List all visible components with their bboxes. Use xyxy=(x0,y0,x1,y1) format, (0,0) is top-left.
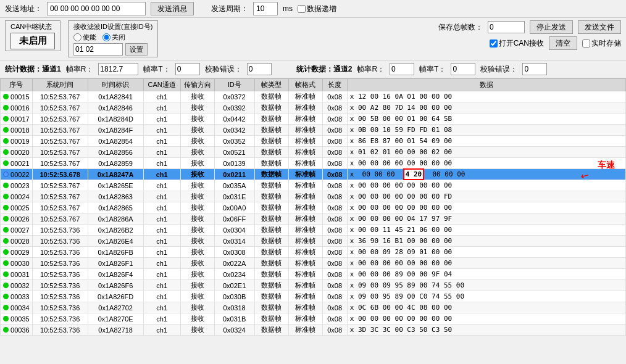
filter-set-button[interactable]: 设置 xyxy=(125,43,148,56)
filter-close-radio[interactable] xyxy=(102,33,111,41)
row-ch: ch1 xyxy=(143,158,180,169)
row-dir: 接收 xyxy=(180,291,214,302)
row-ch: ch1 xyxy=(143,169,180,180)
period-input[interactable] xyxy=(253,2,278,15)
row-time: 10:52:53.736 xyxy=(32,236,88,247)
table-row[interactable]: 0003610:52:53.7360x1A82718ch1接收0x0324数据帧… xyxy=(1,325,626,336)
row-ts: 0x1A82702 xyxy=(88,302,143,313)
row-fformat: 标准帧 xyxy=(288,258,322,269)
row-len: 0x08 xyxy=(322,191,347,202)
table-row[interactable]: 0002610:52:53.7670x1A8286Ach1接收0x06FF数据帧… xyxy=(1,213,626,225)
table-row[interactable]: 0001610:52:53.7670x1A82846ch1接收0x0392数据帧… xyxy=(1,102,626,114)
row-dir: 接收 xyxy=(180,225,214,236)
send-msg-button[interactable]: 发送消息 xyxy=(151,2,194,15)
row-seq: 00030 xyxy=(9,260,30,267)
row-len: 0x08 xyxy=(322,91,347,102)
row-len: 0x08 xyxy=(322,225,347,236)
row-ts: 0x1A826B2 xyxy=(88,225,143,236)
table-row[interactable]: 0002310:52:53.7670x1A8265Ech1接收0x035A数据帧… xyxy=(1,180,626,191)
loop-checkbox[interactable] xyxy=(298,5,306,13)
table-row[interactable]: 0003310:52:53.7360x1A826FDch1接收0x030B数据帧… xyxy=(1,291,626,302)
stats-ch1-r-input[interactable] xyxy=(98,63,138,75)
row-ch: ch1 xyxy=(143,114,180,125)
row-data: x 00 00 00 00 04 17 97 9F xyxy=(347,213,625,225)
row-ch: ch1 xyxy=(143,180,180,191)
stats-ch2-err-input[interactable] xyxy=(522,63,547,75)
row-ch: ch1 xyxy=(143,291,180,302)
row-time: 10:52:53.767 xyxy=(32,91,88,102)
row-msgid: 0x0342 xyxy=(214,125,254,136)
row-indicator: 00018 xyxy=(1,125,33,136)
row-len: 0x08 xyxy=(322,114,347,125)
row-time: 10:52:53.678 xyxy=(32,169,88,180)
table-row[interactable]: 0003010:52:53.7360x1A826F1ch1接收0x022A数据帧… xyxy=(1,258,626,269)
row-msgid: 0x0352 xyxy=(214,136,254,147)
row-msgid: 0x00A0 xyxy=(214,202,254,213)
row-indicator: 00036 xyxy=(1,325,33,336)
row-ts: 0x1A8270E xyxy=(88,313,143,325)
row-indicator: 00027 xyxy=(1,225,33,236)
table-row[interactable]: 0002010:52:53.7670x1A82856ch1接收0x0521数据帧… xyxy=(1,147,626,158)
stats-ch2: 统计数据：通道2 帧率R： 帧率T： 校验错误： xyxy=(296,63,548,75)
row-dir: 接收 xyxy=(180,280,214,291)
row-time: 10:52:53.767 xyxy=(32,213,88,225)
stats-ch2-r-input[interactable] xyxy=(390,63,414,75)
row-msgid: 0x0324 xyxy=(214,325,254,336)
realtime-save-label[interactable]: 实时存储 xyxy=(582,38,621,49)
stats-ch1-err-input[interactable] xyxy=(247,63,272,75)
stats-ch2-t-input[interactable] xyxy=(451,63,475,75)
row-ts: 0x1A826FB xyxy=(88,247,143,258)
table-row[interactable]: 0003210:52:53.7360x1A826F6ch1接收0x02E1数据帧… xyxy=(1,280,626,291)
row-seq: 00025 xyxy=(9,204,30,212)
table-row[interactable]: 0003510:52:53.7360x1A8270Ech1接收0x031B数据帧… xyxy=(1,313,626,325)
table-row[interactable]: 0003110:52:53.7360x1A826F4ch1接收0x0234数据帧… xyxy=(1,269,626,280)
table-row[interactable]: 0001810:52:53.7670x1A8284Fch1接收0x0342数据帧… xyxy=(1,125,626,136)
stats-ch1-t-input[interactable] xyxy=(175,63,200,75)
row-seq: 00031 xyxy=(9,271,30,278)
table-row[interactable]: 0002210:52:53.6780x1A8247Ach1接收0x0211数据帧… xyxy=(1,169,626,180)
open-can-label[interactable]: 打开CAN接收 xyxy=(490,38,544,49)
table-row[interactable]: 0002910:52:53.7360x1A826FBch1接收0x0308数据帧… xyxy=(1,247,626,258)
row-ftype: 数据帧 xyxy=(254,247,288,258)
row-dir: 接收 xyxy=(180,213,214,225)
row-fformat: 标准帧 xyxy=(288,236,322,247)
stats-ch1-r-label: 帧率R： xyxy=(66,64,94,75)
save-total-input[interactable] xyxy=(488,21,525,33)
row-ch: ch1 xyxy=(143,91,180,102)
table-row[interactable]: 0002410:52:53.7670x1A82863ch1接收0x031E数据帧… xyxy=(1,191,626,202)
addr-input[interactable] xyxy=(47,2,146,15)
table-row[interactable]: 0001910:52:53.7670x1A82854ch1接收0x0352数据帧… xyxy=(1,136,626,147)
row-msgid: 0x031E xyxy=(214,191,254,202)
row-ts: 0x1A826F6 xyxy=(88,280,143,291)
realtime-save-checkbox[interactable] xyxy=(582,39,590,48)
loop-checkbox-label[interactable]: 数据递增 xyxy=(298,4,336,14)
row-msgid: 0x0318 xyxy=(214,302,254,313)
send-file-button[interactable]: 发送文件 xyxy=(578,20,621,34)
filter-enable-radio[interactable] xyxy=(73,33,81,41)
table-row[interactable]: 0002810:52:53.7360x1A826E4ch1接收0x0314数据帧… xyxy=(1,236,626,247)
row-data: x 00 5B 00 00 01 00 64 5B xyxy=(347,114,625,125)
row-time: 10:52:53.736 xyxy=(32,325,88,336)
clear-button[interactable]: 清空 xyxy=(549,36,577,50)
row-ts: 0x1A82718 xyxy=(88,325,143,336)
table-row[interactable]: 0001510:52:53.7670x1A82841ch1接收0x0372数据帧… xyxy=(1,91,626,102)
table-row[interactable]: 0001710:52:53.7670x1A8284Dch1接收0x0442数据帧… xyxy=(1,114,626,125)
table-row[interactable]: 0002110:52:53.7670x1A82859ch1接收0x0139数据帧… xyxy=(1,158,626,169)
row-fformat: 标准帧 xyxy=(288,247,322,258)
stop-send-button[interactable]: 停止发送 xyxy=(530,20,573,34)
row-msgid: 0x0392 xyxy=(214,102,254,114)
row-dir: 接收 xyxy=(180,325,214,336)
row-data: x 0B 00 10 59 FD FD 01 08 xyxy=(347,125,625,136)
table-container: 车速 ↙ 序号 系统时间 时间标识 CAN通道 传输方向 ID号 帧类型 帧格式… xyxy=(0,78,626,336)
row-ch: ch1 xyxy=(143,202,180,213)
row-indicator: 00025 xyxy=(1,202,33,213)
filter-enable-radio-label[interactable]: 使能 xyxy=(73,33,96,42)
open-can-checkbox[interactable] xyxy=(490,39,498,48)
table-row[interactable]: 0002710:52:53.7360x1A826B2ch1接收0x0304数据帧… xyxy=(1,225,626,236)
filter-close-radio-label[interactable]: 关闭 xyxy=(102,33,125,42)
filter-id-input[interactable] xyxy=(73,43,123,56)
table-row[interactable]: 0003410:52:53.7360x1A82702ch1接收0x0318数据帧… xyxy=(1,302,626,313)
row-indicator: 00024 xyxy=(1,191,33,202)
table-row[interactable]: 0002510:52:53.7670x1A82865ch1接收0x00A0数据帧… xyxy=(1,202,626,213)
row-ts: 0x1A8286A xyxy=(88,213,143,225)
